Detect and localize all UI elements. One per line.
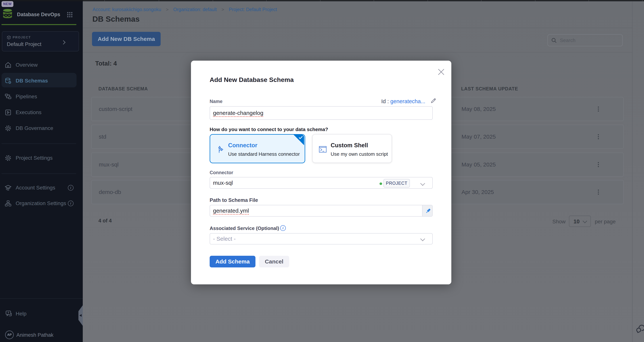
svg-text:?: ? [7, 311, 9, 314]
